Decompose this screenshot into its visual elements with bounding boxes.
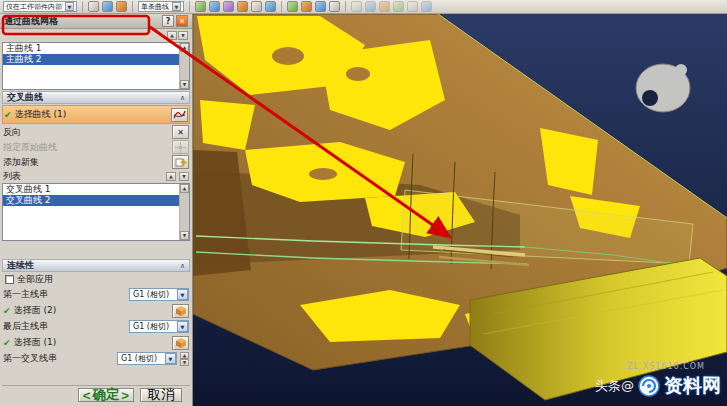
toolbar-icon[interactable] [195,1,206,12]
check-icon: ✔ [4,110,12,120]
first-primary-row: 第一主线串 G1 (相切) ▼ [2,287,190,302]
toolbar-separator [345,1,346,12]
toolbar-separator [189,1,190,12]
cube-icon [175,337,187,349]
select-face-button[interactable] [172,304,189,318]
dialog-button-row: < 确定 > 取消 [2,385,190,405]
toolbar-icon[interactable] [116,1,127,12]
toolbar-icon[interactable] [351,1,362,12]
list-item[interactable]: 交叉曲线 2 [3,195,179,206]
dialog-scroll-spinner: ▲ ▼ [180,352,189,366]
watermark-url: ZL.XS1616.COM [595,362,705,371]
section-cross-curves[interactable]: 交叉曲线 ∧ [2,91,190,104]
scroll-up-icon[interactable]: ▲ [180,184,189,193]
last-primary-select[interactable]: G1 (相切) ▼ [129,320,189,333]
toolbar-icon[interactable] [237,1,248,12]
scope-combo[interactable]: 仅在工作部件内部 ▼ [3,1,77,12]
chevron-down-icon[interactable]: ▼ [165,353,176,364]
apply-all-checkbox[interactable] [5,275,14,284]
chevron-down-icon[interactable]: ▼ [177,321,188,332]
toolbar-icon[interactable] [223,1,234,12]
add-new-set-row: 添加新集 [2,155,190,169]
scroll-down-icon[interactable]: ▼ [180,80,189,89]
help-icon[interactable]: ? [162,15,174,27]
list-item-empty [3,228,179,239]
first-primary-select[interactable]: G1 (相切) ▼ [129,288,189,301]
toolbar-icon[interactable] [315,1,326,12]
x-icon: ✕ [177,128,184,137]
toolbar-icon[interactable] [301,1,312,12]
list-item[interactable]: 主曲线 2 [3,54,179,65]
ok-decor: > [121,388,129,403]
cross-curves-list[interactable]: 交叉曲线 1 交叉曲线 2 ▲ ▼ [2,183,190,241]
cancel-button[interactable]: 取消 [140,388,182,402]
specify-origin-button [172,140,189,154]
scroll-down-icon[interactable]: ▼ [180,231,189,240]
toolbar-separator [281,1,282,12]
chevron-down-icon[interactable]: ▼ [65,2,74,11]
scroll-up-icon[interactable]: ▲ [180,352,189,359]
apply-all-label: 全部应用 [17,273,189,286]
add-new-set-label: 添加新集 [3,156,169,169]
toolbar-icon[interactable] [379,1,390,12]
toolbar-icon[interactable] [393,1,404,12]
section-continuity[interactable]: 连续性 ∧ [2,259,190,272]
select-value: G1 (相切) [133,321,169,332]
check-icon: ✔ [3,338,11,348]
last-primary-label: 最后主线串 [3,320,126,333]
move-up-icon[interactable]: ▲ [167,31,177,40]
cancel-label: 取消 [148,386,175,404]
move-up-icon[interactable]: ▲ [166,172,176,181]
select-face-button[interactable] [172,336,189,350]
toolbar-icon[interactable] [329,1,340,12]
list-item-empty [3,76,179,87]
list-item[interactable]: 主曲线 1 [3,43,179,54]
move-down-icon[interactable]: ▼ [178,31,188,40]
curve-rule-combo[interactable]: 单条曲线 ▼ [138,1,184,12]
move-down-icon[interactable]: ▼ [179,172,189,181]
chevron-down-icon[interactable]: ▼ [172,2,181,11]
select-curve-row[interactable]: ✔ 选择曲线 (1) [2,105,190,124]
watermark: ZL.XS1616.COM 头条@ 资料网 [595,362,721,399]
toolbar-icon[interactable] [265,1,276,12]
toolbar-icon[interactable] [209,1,220,12]
scroll-down-icon[interactable]: ▼ [180,359,189,366]
top-toolbar: 仅在工作部件内部 ▼ 单条曲线 ▼ [0,0,727,14]
first-cross-row: 第一交叉线串 G1 (相切) ▼ ▲ ▼ [2,351,190,366]
toolbar-icon[interactable] [102,1,113,12]
scope-combo-value: 仅在工作部件内部 [6,2,62,12]
list-scrollbar[interactable]: ▲ ▼ [179,43,189,89]
list-scrollbar[interactable]: ▲ ▼ [179,184,189,240]
curve-icon [173,109,186,120]
background-debris [636,64,690,112]
toolbar-icon[interactable] [421,1,432,12]
dialog-title: 通过曲线网格 [4,15,58,28]
curve-pick-button[interactable] [171,108,188,122]
close-icon[interactable]: ✕ [176,15,188,27]
main-curves-list[interactable]: 主曲线 1 主曲线 2 ▲ ▼ [2,42,190,90]
list-label-row: 列表 ▲ ▼ [2,170,190,182]
watermark-logo-icon [638,375,660,397]
chevron-up-icon[interactable]: ∧ [180,262,185,270]
ok-button[interactable]: < 确定 > [78,388,134,402]
add-new-set-button[interactable] [172,155,189,169]
toolbar-icon[interactable] [365,1,376,12]
chevron-up-icon[interactable]: ∧ [180,94,185,102]
reverse-row: 反向 ✕ [2,125,190,139]
dialog-body: ▲ ▼ 主曲线 1 主曲线 2 ▲ ▼ 交叉曲线 ∧ ✔ 选择曲线 (1) [0,29,192,406]
reverse-direction-button[interactable]: ✕ [172,125,189,139]
toolbar-icon[interactable] [287,1,298,12]
chevron-down-icon[interactable]: ▼ [177,289,188,300]
first-cross-label: 第一交叉线串 [3,352,114,365]
select-face-row: ✔ 选择面 (1) [2,335,190,350]
toolbar-icon[interactable] [251,1,262,12]
toolbar-icon[interactable] [88,1,99,12]
3d-viewport[interactable] [193,14,727,406]
toolbar-icon[interactable] [407,1,418,12]
dialog-titlebar[interactable]: 通过曲线网格 ? ✕ [0,14,192,29]
list-item[interactable]: 交叉曲线 1 [3,184,179,195]
scroll-up-icon[interactable]: ▲ [180,43,189,52]
first-cross-select[interactable]: G1 (相切) ▼ [117,352,177,365]
watermark-brand: 资料网 [664,373,721,399]
list-spin-row: ▲ ▼ [2,31,190,41]
